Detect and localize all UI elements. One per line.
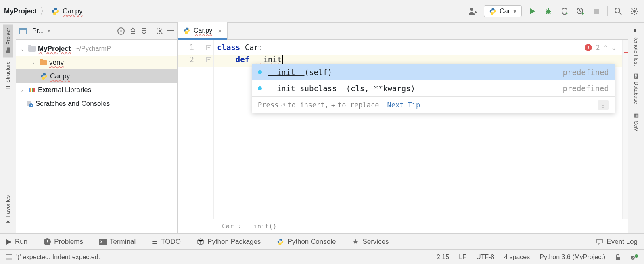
completion-tag: predefined <box>563 68 609 77</box>
structure-tool-label: Structure <box>5 61 11 83</box>
svg-text:✓: ✓ <box>635 255 638 258</box>
run-button[interactable] <box>527 6 538 17</box>
expand-all-icon[interactable] <box>129 27 136 35</box>
chevron-right-icon: › <box>30 60 37 66</box>
project-tree: ⌄ MyProject ~/PycharmP › venv Car.py › E… <box>16 40 177 113</box>
ide-status-icon[interactable]: ?✓ <box>630 254 638 260</box>
completion-item[interactable]: __init__(self) predefined <box>252 64 615 80</box>
debug-button[interactable] <box>543 6 554 17</box>
favorites-tool-label: Favorites <box>5 195 11 217</box>
python-file-icon <box>51 7 59 15</box>
tree-root-path: ~/PycharmP <box>75 45 111 52</box>
coverage-button[interactable] <box>559 6 570 17</box>
file-encoding[interactable]: UTF-8 <box>476 254 494 261</box>
separator <box>152 27 152 35</box>
run-icon: ▶ <box>6 237 12 246</box>
event-log-icon <box>596 239 603 245</box>
svg-rect-14 <box>30 88 31 92</box>
python-interpreter[interactable]: Python 3.6 (MyProject) <box>539 254 605 261</box>
code-content[interactable]: class Car: def __init __init__(self) pre… <box>214 40 622 219</box>
project-panel-title[interactable]: Pr... <box>32 27 44 35</box>
terminal-label: Terminal <box>110 238 136 246</box>
python-file-icon <box>40 73 48 80</box>
breadcrumb-file[interactable]: Car.py <box>51 7 82 15</box>
terminal-tool-button[interactable]: Terminal <box>99 238 136 246</box>
inspection-widget[interactable]: ! 2 ⌃ ⌄ <box>585 44 616 51</box>
method-icon <box>258 86 262 90</box>
hide-icon[interactable] <box>167 30 174 32</box>
run-config-label: Car <box>500 8 510 15</box>
tool-windows-icon[interactable] <box>6 254 12 260</box>
tree-file-car[interactable]: Car.py <box>16 69 177 83</box>
settings-button[interactable] <box>629 6 640 17</box>
tree-venv-label: venv <box>49 59 64 67</box>
gear-icon[interactable] <box>156 27 163 35</box>
tree-scratches[interactable]: Scratches and Consoles <box>16 97 177 111</box>
line-ending[interactable]: LF <box>459 254 466 261</box>
indent-setting[interactable]: 4 spaces <box>504 254 530 261</box>
crumb-class[interactable]: Car <box>222 222 234 230</box>
python-console-tool-button[interactable]: Python Console <box>277 238 336 246</box>
chevron-right-icon: 〉 <box>40 6 48 17</box>
database-tool-button[interactable]: 🗄 Database <box>631 70 641 108</box>
code-editor[interactable]: 1− 2− class Car: def __init __init__(sel… <box>178 40 628 219</box>
chevron-up-icon[interactable]: ⌃ <box>604 44 608 51</box>
remote-icon: ≣ <box>633 28 639 33</box>
sciview-tool-button[interactable]: ▦ SciV <box>631 108 641 136</box>
locate-icon[interactable] <box>117 27 125 35</box>
chevron-down-icon[interactable]: ⌄ <box>612 44 616 51</box>
breadcrumb-project[interactable]: MyProject <box>4 7 37 15</box>
fold-icon[interactable]: − <box>206 45 211 50</box>
folder-icon <box>40 60 47 65</box>
footer-text: to replace <box>338 101 379 109</box>
editor-tab-car[interactable]: Car.py × <box>178 22 228 39</box>
code-line-1: class Car: <box>214 43 622 55</box>
lock-icon[interactable] <box>615 254 621 260</box>
close-icon[interactable]: × <box>218 27 222 34</box>
editor-tab-label: Car.py <box>194 27 212 34</box>
remote-label: Remote Host <box>633 35 639 66</box>
tree-root[interactable]: ⌄ MyProject ~/PycharmP <box>16 42 177 56</box>
run-config-selector[interactable]: Car ▾ <box>484 5 522 17</box>
error-count: 2 <box>596 44 600 51</box>
next-tip-link[interactable]: Next Tip <box>387 101 420 109</box>
python-file-icon <box>183 27 190 34</box>
error-stripe[interactable] <box>622 40 628 219</box>
services-tool-button[interactable]: Services <box>352 238 389 246</box>
error-mark[interactable] <box>624 52 628 53</box>
event-log-tool-button[interactable]: Event Log <box>596 238 638 246</box>
chevron-right-icon: › <box>19 87 26 93</box>
cursor-position[interactable]: 2:15 <box>437 254 449 261</box>
remote-host-tool-button[interactable]: ≣ Remote Host <box>631 24 641 70</box>
profile-button[interactable] <box>575 6 586 17</box>
user-icon[interactable] <box>468 6 479 17</box>
favorites-tool-button[interactable]: ★ Favorites <box>3 191 13 229</box>
structure-tool-button[interactable]: ☷ Structure <box>3 57 13 95</box>
crumb-method[interactable]: __init() <box>246 222 277 230</box>
svg-rect-8 <box>20 29 26 30</box>
database-icon: 🗄 <box>633 74 639 79</box>
scratches-icon <box>26 100 33 107</box>
tree-external-libs[interactable]: › External Libraries <box>16 83 177 97</box>
run-tool-button[interactable]: ▶Run <box>6 237 27 246</box>
project-tool-button[interactable]: Project <box>3 24 13 57</box>
more-icon[interactable]: ⋮ <box>598 100 609 110</box>
svg-point-11 <box>159 30 161 32</box>
collapse-all-icon[interactable] <box>140 27 148 35</box>
method-icon <box>258 70 262 74</box>
star-icon: ★ <box>5 219 11 225</box>
python-packages-tool-button[interactable]: Python Packages <box>197 238 261 246</box>
problems-label: Problems <box>54 238 83 246</box>
separator <box>607 6 608 16</box>
tab-key-icon: ⇥ <box>331 101 335 109</box>
problems-icon: ! <box>44 238 51 245</box>
todo-tool-button[interactable]: ☰TODO <box>152 237 181 246</box>
tree-venv[interactable]: › venv <box>16 56 177 69</box>
fold-icon[interactable]: − <box>206 57 211 62</box>
problems-tool-button[interactable]: !Problems <box>44 238 83 246</box>
search-everywhere-button[interactable] <box>613 6 624 17</box>
line-number: 1− <box>178 43 213 55</box>
navigation-bar: MyProject 〉 Car.py Car ▾ <box>0 0 644 23</box>
completion-item[interactable]: __init_subclass__(cls, **kwargs) predefi… <box>252 80 615 96</box>
svg-rect-2 <box>594 9 599 14</box>
